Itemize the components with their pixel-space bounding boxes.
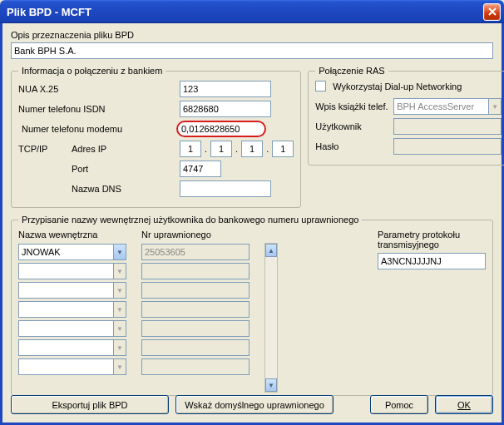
dialup-checkbox[interactable] — [315, 81, 326, 91]
help-button[interactable]: Pomoc — [370, 395, 428, 414]
assign-group: Przypisanie nazwy wewnętrznej użytkownik… — [11, 215, 493, 396]
ras-user-input[interactable] — [393, 118, 502, 135]
ras-entry-label: Wpis książki telef. — [315, 101, 390, 111]
num-input-4[interactable] — [141, 320, 250, 337]
param-input[interactable] — [378, 253, 486, 269]
connection-legend: Informacja o połączeniu z bankiem — [18, 66, 166, 76]
ras-user-label: Użytkownik — [315, 121, 390, 131]
name-combo-4[interactable]: ▼ — [18, 320, 126, 337]
ip2-input[interactable] — [210, 141, 232, 157]
param-label: Parametry protokołu transmisyjnego — [378, 230, 486, 250]
num-input-5[interactable] — [141, 339, 250, 356]
num-input-0[interactable] — [141, 244, 250, 260]
assign-legend: Przypisanie nazwy wewnętrznej użytkownik… — [18, 215, 362, 225]
port-label: Port — [72, 164, 176, 174]
name-combo-1[interactable]: ▼ — [18, 263, 126, 279]
port-input[interactable] — [180, 161, 221, 177]
ras-pass-input[interactable] — [393, 138, 502, 155]
desc-label: Opis przeznaczenia pliku BPD — [11, 30, 493, 40]
chevron-down-icon: ▼ — [488, 99, 501, 114]
scroll-down-icon[interactable]: ▼ — [265, 378, 277, 392]
num-col-label: Nr uprawnionego — [141, 230, 250, 240]
ip1-input[interactable] — [180, 141, 201, 157]
export-button[interactable]: Eksportuj plik BPD — [11, 395, 169, 414]
list-scrollbar[interactable]: ▲ ▼ — [264, 243, 278, 393]
name-combo-5[interactable]: ▼ — [18, 339, 126, 356]
ip-label: Adres IP — [72, 144, 176, 154]
name-combo-0[interactable]: JNOWAK▼ — [18, 244, 126, 260]
ras-entry-combo[interactable]: BPH AccessServer ▼ — [393, 98, 502, 115]
param-block: Parametry protokołu transmisyjnego — [378, 230, 486, 393]
ras-legend: Połączenie RAS — [315, 66, 388, 76]
dialup-label: Wykorzystaj Dial-up Networking — [333, 82, 462, 91]
name-combo-2[interactable]: ▼ — [18, 282, 126, 299]
name-column: Nazwa wewnętrzna JNOWAK▼ ▼ ▼ ▼ ▼ ▼ ▼ — [18, 230, 126, 393]
name-col-label: Nazwa wewnętrzna — [18, 230, 126, 240]
dns-input[interactable] — [180, 180, 271, 197]
chevron-down-icon: ▼ — [113, 245, 126, 259]
dns-label: Nazwa DNS — [72, 184, 176, 194]
nua-label: NUA X.25 — [18, 84, 176, 94]
chevron-down-icon: ▼ — [113, 359, 126, 374]
chevron-down-icon: ▼ — [113, 283, 126, 298]
desc-input[interactable] — [11, 42, 493, 59]
ras-pass-label: Hasło — [315, 141, 390, 151]
window-title: Plik BPD - MCFT — [7, 6, 483, 18]
close-button[interactable] — [483, 3, 501, 21]
chevron-down-icon: ▼ — [113, 264, 126, 279]
connection-group: Informacja o połączeniu z bankiem NUA X.… — [11, 66, 301, 208]
chevron-down-icon: ▼ — [113, 340, 126, 355]
num-input-6[interactable] — [141, 358, 250, 375]
assign-default-button[interactable]: Wskaż domyślnego uprawnionego — [175, 395, 334, 414]
isdn-input[interactable] — [180, 101, 271, 117]
num-input-3[interactable] — [141, 301, 250, 318]
name-combo-6[interactable]: ▼ — [18, 358, 126, 375]
ras-group: Połączenie RAS Wykorzystaj Dial-up Netwo… — [308, 66, 504, 166]
ip4-input[interactable] — [272, 141, 294, 157]
nua-input[interactable] — [180, 81, 271, 97]
chevron-down-icon: ▼ — [113, 302, 126, 317]
scroll-up-icon[interactable]: ▲ — [265, 244, 277, 257]
num-input-2[interactable] — [141, 282, 250, 299]
name-combo-3[interactable]: ▼ — [18, 301, 126, 318]
num-input-1[interactable] — [141, 263, 250, 279]
tcpip-label: TCP/IP — [18, 144, 68, 154]
num-column: Nr uprawnionego — [141, 230, 250, 393]
modem-label: Numer telefonu modemu — [18, 123, 173, 135]
isdn-label: Numer telefonu ISDN — [18, 104, 176, 114]
chevron-down-icon: ▼ — [113, 321, 126, 336]
ip3-input[interactable] — [241, 141, 263, 157]
ok-button[interactable]: OK — [435, 395, 493, 414]
modem-input[interactable] — [176, 121, 266, 137]
title-bar: Plik BPD - MCFT — [0, 0, 504, 23]
